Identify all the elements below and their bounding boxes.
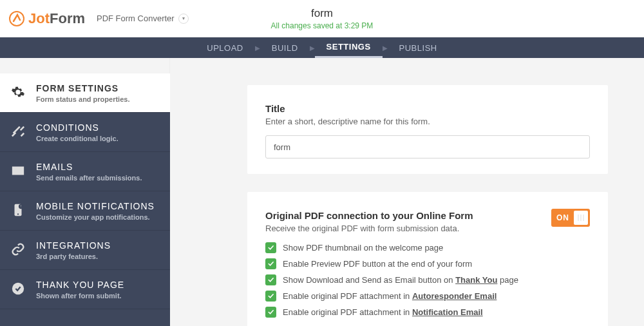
pdf-option-row: Show PDF thumbnail on the welcome page: [265, 242, 590, 253]
sidebar-item-thank-you-page[interactable]: THANK YOU PAGEShown after form submit.: [0, 270, 170, 309]
pdf-sub: Receive the original PDF with form submi…: [265, 224, 590, 233]
mobile-icon: !: [9, 201, 27, 219]
option-link[interactable]: Autoresponder Email: [412, 291, 497, 301]
pdf-toggle[interactable]: ON: [551, 209, 590, 227]
sidebar-item-text: THANK YOU PAGEShown after form submit.: [36, 280, 124, 300]
pdf-option-row: Show Download and Send as Email button o…: [265, 274, 590, 285]
check-icon: [9, 280, 27, 298]
sidebar-item-title: CONDITIONS: [36, 122, 118, 133]
svg-point-2: [17, 213, 19, 215]
option-link[interactable]: Notification Email: [412, 307, 483, 317]
sidebar-item-title: EMAILS: [36, 162, 142, 172]
option-label: Enable original PDF attachment in Notifi…: [283, 307, 483, 317]
toggle-label: ON: [556, 213, 569, 222]
sidebar-item-conditions[interactable]: CONDITIONSCreate conditional logic.: [0, 113, 170, 152]
sidebar-item-text: FORM SETTINGSForm status and properties.: [36, 83, 129, 103]
pdf-option-row: Enable original PDF attachment in Notifi…: [265, 307, 590, 318]
app-header: JotForm PDF Form Converter ▾ form All ch…: [0, 0, 644, 37]
sidebar-item-sub: Send emails after submissions.: [36, 174, 142, 182]
main-content: Title Enter a short, descriptive name fo…: [170, 58, 644, 326]
settings-sidebar: FORM SETTINGSForm status and properties.…: [0, 58, 170, 326]
sidebar-item-integrations[interactable]: INTEGRATIONS3rd party features.: [0, 231, 170, 270]
layout: FORM SETTINGSForm status and properties.…: [0, 58, 644, 326]
chevron-right-icon: ▶: [255, 37, 260, 58]
sidebar-item-sub: Shown after form submit.: [36, 292, 124, 300]
title-card: Title Enter a short, descriptive name fo…: [247, 85, 608, 174]
svg-point-0: [10, 12, 24, 26]
mail-icon: [9, 162, 27, 180]
sidebar-item-text: EMAILSSend emails after submissions.: [36, 162, 142, 182]
logo-text-form: Form: [50, 10, 85, 27]
step-build[interactable]: BUILD: [260, 37, 310, 58]
converter-label: PDF Form Converter: [97, 14, 175, 23]
chevron-right-icon: ▶: [310, 37, 315, 58]
step-bar: UPLOAD ▶ BUILD ▶ SETTINGS ▶ PUBLISH: [0, 37, 644, 58]
title-heading: Title: [265, 103, 590, 114]
option-label: Enable Preview PDF button at the end of …: [283, 259, 472, 269]
sidebar-item-form-settings[interactable]: FORM SETTINGSForm status and properties.: [0, 73, 170, 113]
sidebar-item-sub: Customize your app notifications.: [36, 213, 155, 221]
sidebar-gap: [0, 58, 170, 73]
logo[interactable]: JotForm: [6, 10, 85, 27]
option-checkbox[interactable]: [265, 242, 276, 253]
option-label: Enable original PDF attachment in Autore…: [283, 291, 497, 301]
sidebar-item-mobile-notifications[interactable]: !MOBILE NOTIFICATIONSCustomize your app …: [0, 191, 170, 231]
sidebar-item-title: FORM SETTINGS: [36, 83, 129, 93]
gear-icon: [9, 83, 27, 101]
step-settings[interactable]: SETTINGS: [315, 37, 383, 58]
option-label: Show PDF thumbnail on the welcome page: [283, 243, 443, 253]
pdf-connection-card: ON Original PDF connection to your Onlin…: [247, 192, 608, 326]
option-link[interactable]: Thank You: [455, 275, 497, 285]
option-checkbox[interactable]: [265, 291, 276, 302]
sidebar-item-text: INTEGRATIONS3rd party features.: [36, 240, 111, 260]
option-label: Show Download and Send as Email button o…: [283, 275, 518, 285]
pdf-option-row: Enable Preview PDF button at the end of …: [265, 258, 590, 269]
step-publish[interactable]: PUBLISH: [388, 37, 449, 58]
svg-text:!: !: [21, 205, 21, 208]
chevron-right-icon: ▶: [383, 37, 388, 58]
option-checkbox[interactable]: [265, 274, 276, 285]
sidebar-item-text: MOBILE NOTIFICATIONSCustomize your app n…: [36, 201, 155, 221]
sidebar-item-title: MOBILE NOTIFICATIONS: [36, 201, 155, 211]
pdf-option-row: Enable original PDF attachment in Autore…: [265, 291, 590, 302]
option-checkbox[interactable]: [265, 307, 276, 318]
sidebar-item-sub: Create conditional logic.: [36, 135, 118, 142]
logo-icon: [9, 11, 24, 26]
link-icon: [9, 240, 27, 258]
option-checkbox[interactable]: [265, 258, 276, 269]
step-upload[interactable]: UPLOAD: [195, 37, 254, 58]
logo-text-jot: Jot: [28, 10, 50, 27]
form-title-input[interactable]: [265, 135, 590, 158]
sidebar-item-emails[interactable]: EMAILSSend emails after submissions.: [0, 152, 170, 191]
tools-icon: [9, 122, 27, 140]
sidebar-item-title: THANK YOU PAGE: [36, 280, 124, 290]
sidebar-item-sub: Form status and properties.: [36, 95, 129, 103]
pdf-heading: Original PDF connection to your Online F…: [265, 210, 590, 221]
converter-dropdown[interactable]: PDF Form Converter ▾: [97, 14, 189, 24]
sidebar-item-title: INTEGRATIONS: [36, 240, 111, 251]
chevron-down-icon: ▾: [178, 14, 189, 24]
title-sub: Enter a short, descriptive name for this…: [265, 117, 590, 126]
sidebar-item-sub: 3rd party features.: [36, 253, 111, 260]
sidebar-item-text: CONDITIONSCreate conditional logic.: [36, 122, 118, 142]
toggle-knob-icon: [574, 211, 588, 225]
